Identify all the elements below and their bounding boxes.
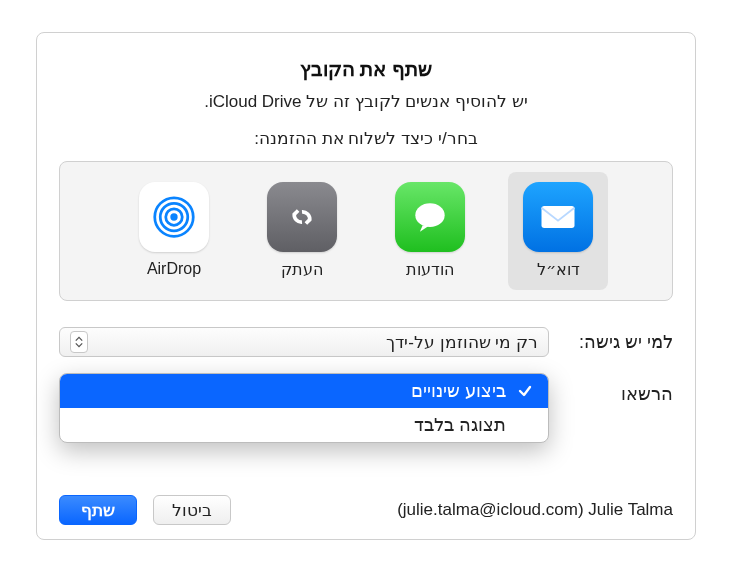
svg-point-2 [170,213,177,220]
svg-point-1 [415,203,444,227]
method-airdrop[interactable]: AirDrop [124,172,224,290]
method-airdrop-label: AirDrop [147,260,201,278]
permission-option-label: תצוגה בלבד [414,414,506,436]
permission-menu: ביצוע שינויים תצוגה בלבד [59,373,549,443]
permission-label: הרשאו [563,383,673,405]
permission-option-label: ביצוע שינויים [411,380,506,402]
share-sheet: שתף את הקובץ יש להוסיף אנשים לקובץ זה של… [36,32,696,540]
method-copy-label: העתק [281,260,323,279]
share-button[interactable]: שתף [59,495,137,525]
options-group: למי יש גישה: רק מי שהוזמן על-ידך הרשאו [59,327,673,409]
permission-option-make-changes[interactable]: ביצוע שינויים [60,374,548,408]
permission-option-view-only[interactable]: תצוגה בלבד [60,408,548,442]
permission-row: הרשאו ביצוע שינויים [59,379,673,409]
mail-icon [523,182,593,252]
method-mail-label: דוא״ל [537,260,580,279]
send-instruction: בחר/י כיצד לשלוח את ההזמנה: [59,128,673,149]
access-label: למי יש גישה: [563,331,673,353]
sheet-subtitle: יש להוסיף אנשים לקובץ זה של iCloud Drive… [59,91,673,112]
link-icon [267,182,337,252]
chevron-updown-icon [70,331,88,353]
footer-buttons: ביטול שתף [59,495,231,525]
sheet-title: שתף את הקובץ [59,57,673,81]
messages-icon [395,182,465,252]
method-mail[interactable]: דוא״ל [508,172,608,290]
method-messages-label: הודעות [406,260,454,279]
airdrop-icon [139,182,209,252]
access-popup[interactable]: רק מי שהוזמן על-ידך [59,327,549,357]
cancel-button[interactable]: ביטול [153,495,231,525]
footer: (julie.talma@icloud.com) Julie Talma ביט… [59,495,673,525]
check-icon [516,383,534,399]
method-messages[interactable]: הודעות [380,172,480,290]
svg-rect-0 [542,206,575,228]
sharing-user: (julie.talma@icloud.com) Julie Talma [397,500,673,520]
send-methods-group: דוא״ל הודעות העתק [59,161,673,301]
method-copy-link[interactable]: העתק [252,172,352,290]
access-popup-value: רק מי שהוזמן על-ידך [88,332,544,353]
access-row: למי יש גישה: רק מי שהוזמן על-ידך [59,327,673,357]
